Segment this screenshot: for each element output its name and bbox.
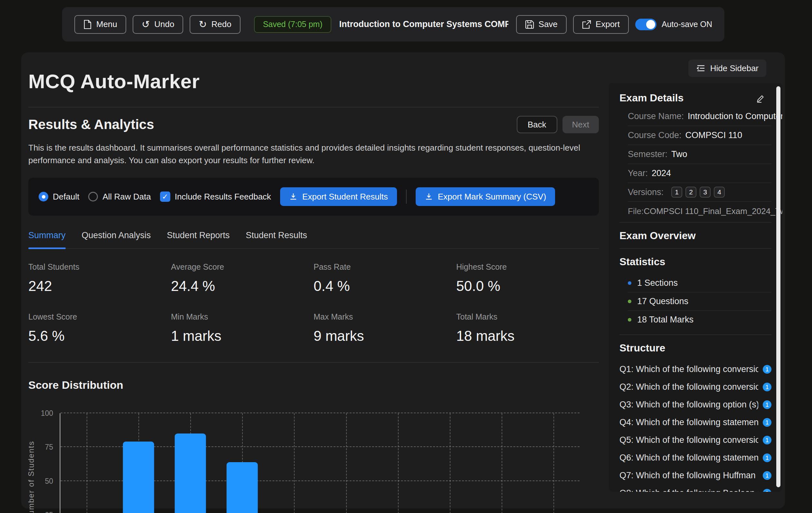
version-box[interactable]: 3	[700, 187, 710, 198]
chart-bar	[123, 442, 154, 513]
radio-group: Default All Raw Data	[39, 192, 151, 202]
sidebar-scrollbar[interactable]	[776, 86, 780, 487]
export-controls-panel: Default All Raw Data ✓ Include Results F…	[28, 178, 599, 216]
question-marks-badge: 1	[763, 436, 772, 445]
v-gridline	[294, 413, 295, 513]
back-button[interactable]: Back	[517, 116, 557, 133]
autosave-toggle[interactable]	[635, 19, 657, 30]
undo-button[interactable]: ↺ Undo	[133, 15, 183, 34]
radio-icon	[39, 192, 48, 202]
chart-slot: 60-70%	[372, 413, 424, 513]
section-description: This is the results dashboard. It summar…	[28, 142, 599, 167]
content-column: MCQ Auto-Marker Results & Analytics Back…	[28, 53, 599, 513]
tab[interactable]: Student Results	[246, 231, 307, 248]
sidebar-header: Exam Details	[619, 92, 772, 104]
stat-card: Min Marks 1 marks	[171, 312, 314, 344]
export-format-radio[interactable]: Default	[39, 192, 79, 202]
hide-sidebar-button[interactable]: Hide Sidebar	[688, 60, 766, 77]
statistic-text: 18 Total Marks	[637, 315, 694, 325]
autosave-toggle-group: Auto-save ON	[635, 19, 712, 30]
export-student-results-button[interactable]: Export Student Results	[280, 187, 397, 206]
section-title: Results & Analytics	[28, 117, 154, 132]
question-list-item[interactable]: Q5: Which of the following conversions a…	[619, 431, 772, 449]
radio-label: All Raw Data	[103, 192, 151, 202]
question-list-item[interactable]: Q8: Which of the following Boolean expre…	[619, 484, 772, 492]
exam-details-sidebar: Exam Details Course Name: Introduction t…	[609, 83, 782, 492]
detail-label: Course Code:	[628, 130, 682, 140]
question-marks-badge: 1	[763, 471, 772, 480]
exam-title: Introduction to Computer Systems COMPSCI…	[339, 19, 508, 29]
export-format-radio[interactable]: All Raw Data	[88, 192, 151, 202]
version-box[interactable]: 4	[714, 187, 725, 198]
detail-row: Course Name: Introduction to Computer Sy…	[628, 107, 772, 126]
question-label: Q5: Which of the following conversions a…	[619, 435, 758, 445]
stat-label: Highest Score	[456, 262, 599, 272]
toolbar-right-group: Save Export Auto-save ON	[516, 15, 712, 34]
edit-pencil-icon[interactable]	[756, 93, 766, 103]
y-tick-label: 50	[36, 477, 53, 485]
stat-value: 18 marks	[456, 328, 599, 344]
version-box[interactable]: 1	[671, 187, 682, 198]
export-mark-summary-label: Export Mark Summary (CSV)	[438, 192, 546, 202]
export-mark-summary-button[interactable]: Export Mark Summary (CSV)	[416, 187, 555, 206]
stat-card: Average Score 24.4 %	[171, 262, 314, 294]
exam-detail-rows: Course Name: Introduction to Computer Sy…	[619, 107, 772, 183]
statistic-item: 1 Sections	[628, 274, 772, 293]
y-tick-label: 75	[36, 443, 53, 452]
y-axis-label: Number of Students	[26, 413, 36, 513]
stat-label: Total Marks	[456, 312, 599, 322]
versions-label: Versions:	[628, 187, 664, 197]
stat-label: Pass Rate	[314, 262, 456, 272]
stat-value: 50.0 %	[456, 278, 599, 294]
redo-button-label: Redo	[211, 19, 231, 29]
export-button[interactable]: Export	[573, 15, 629, 34]
redo-button[interactable]: ↻ Redo	[190, 15, 240, 34]
page-title: MCQ Auto-Marker	[28, 70, 599, 93]
version-box[interactable]: 2	[686, 187, 696, 198]
save-button[interactable]: Save	[516, 15, 567, 34]
chart-slot: 40-50%	[268, 413, 320, 513]
question-list-item[interactable]: Q7: Which of the following Huffman encod…	[619, 467, 772, 484]
stat-label: Lowest Score	[28, 312, 171, 322]
file-value: COMPSCI 110_Final_Exam_2024_Two.json	[644, 206, 782, 216]
undo-button-label: Undo	[154, 19, 174, 29]
autosave-label: Auto-save ON	[662, 20, 712, 29]
chart-slot: 30-40%	[216, 413, 268, 513]
download-icon	[425, 192, 433, 201]
question-marks-badge: 1	[763, 453, 772, 462]
export-icon	[582, 20, 591, 29]
tab[interactable]: Question Analysis	[82, 231, 151, 248]
include-feedback-checkbox[interactable]: ✓ Include Results Feedback	[160, 191, 271, 202]
chart-slot: 80-90%	[476, 413, 528, 513]
statistic-item: 17 Questions	[628, 293, 772, 311]
question-list-item[interactable]: Q4: Which of the following statement (s)…	[619, 414, 772, 431]
question-label: Q7: Which of the following Huffman encod…	[619, 471, 758, 481]
question-list-item[interactable]: Q2: Which of the following conversions a…	[619, 378, 772, 396]
detail-label: Semester:	[628, 149, 667, 159]
question-list-item[interactable]: Q6: Which of the following statements ar…	[619, 449, 772, 467]
tab[interactable]: Summary	[28, 231, 66, 248]
question-list-item[interactable]: Q3: Which of the following option (s) ar…	[619, 396, 772, 414]
chart-bar	[175, 433, 206, 513]
chart-slot: 90-100%	[528, 413, 580, 513]
stat-card: Highest Score 50.0 %	[456, 262, 599, 294]
file-label: File:	[628, 206, 644, 216]
question-marks-badge: 1	[763, 489, 772, 492]
stat-card: Total Marks 18 marks	[456, 312, 599, 344]
stat-card: Lowest Score 5.6 %	[28, 312, 171, 344]
tab[interactable]: Student Reports	[167, 231, 230, 248]
stat-card: Pass Rate 0.4 %	[314, 262, 456, 294]
question-label: Q2: Which of the following conversions a…	[619, 382, 758, 392]
statistics-list: 1 Sections 17 Questions 18 Total Marks	[619, 274, 772, 329]
question-label: Q4: Which of the following statement (s)…	[619, 417, 758, 427]
toggle-knob	[646, 20, 655, 29]
radio-label: Default	[53, 192, 79, 202]
y-tick-label: 25	[36, 510, 53, 513]
detail-value: Introduction to Computer Systems	[688, 111, 782, 121]
next-button[interactable]: Next	[562, 116, 599, 133]
question-list-item[interactable]: Q1: Which of the following conversions a…	[619, 360, 772, 378]
v-gridline	[398, 413, 399, 513]
v-gridline	[346, 413, 347, 513]
detail-value: Two	[671, 149, 687, 159]
menu-button[interactable]: Menu	[75, 15, 126, 34]
